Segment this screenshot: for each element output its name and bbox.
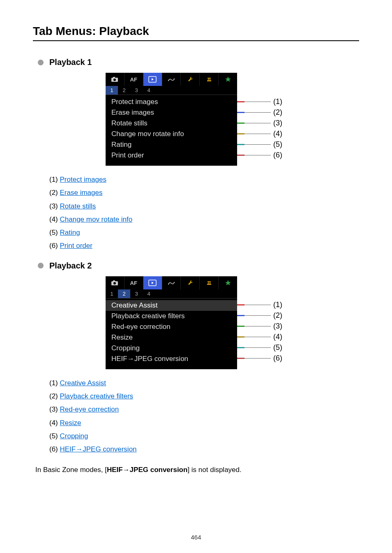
menu-item: Rating <box>106 139 237 150</box>
menu-item: Rotate stills <box>106 118 237 129</box>
reference-list-item: (3) Rotate stills <box>49 200 359 213</box>
reference-link[interactable]: Cropping <box>60 432 88 440</box>
page-title: Tab Menus: Playback <box>33 25 359 41</box>
star-icon <box>219 276 237 289</box>
menu-item: Red-eye correction <box>106 322 237 332</box>
reference-link[interactable]: Erase images <box>60 189 103 197</box>
reference-list-item: (4) Change mov rotate info <box>49 213 359 226</box>
sub-tab-2: 2 <box>118 86 130 95</box>
reference-link[interactable]: Change mov rotate info <box>60 215 133 223</box>
callout-number: (2) <box>273 108 286 117</box>
svg-rect-1 <box>113 77 115 78</box>
wrench-icon <box>181 73 200 86</box>
callout-number: (6) <box>273 151 286 160</box>
menu-screenshot: AF1234Creative AssistPlayback creative f… <box>106 276 237 369</box>
svg-marker-4 <box>152 78 154 81</box>
sub-tab-4: 4 <box>143 86 155 95</box>
wireless-icon <box>162 276 181 289</box>
play-icon <box>143 73 162 86</box>
reference-list-item: (6) Print order <box>49 239 359 252</box>
section-heading: Playback 1 <box>38 58 359 67</box>
callout-number: (5) <box>273 140 286 149</box>
reference-list-item: (2) Erase images <box>49 186 359 199</box>
section-title: Playback 2 <box>49 261 92 271</box>
bullet-icon <box>38 263 44 268</box>
reference-list-item: (1) Creative Assist <box>49 377 359 390</box>
section-heading: Playback 2 <box>38 261 359 271</box>
sub-tab-2: 2 <box>118 289 130 298</box>
reference-list-item: (6) HEIF→JPEG conversion <box>49 443 359 456</box>
reference-link[interactable]: Resize <box>60 419 81 427</box>
callout-number: (4) <box>273 333 286 341</box>
svg-rect-20 <box>208 282 209 284</box>
svg-marker-16 <box>152 282 154 284</box>
menu-item: Print order <box>106 150 237 161</box>
reference-list-item: (2) Playback creative filters <box>49 390 359 403</box>
svg-point-17 <box>168 284 169 285</box>
menu-item: Creative Assist <box>106 300 237 311</box>
custom-icon <box>200 73 219 86</box>
svg-point-18 <box>174 282 175 283</box>
page-number: 464 <box>0 534 392 541</box>
star-icon <box>219 73 237 86</box>
svg-rect-8 <box>208 79 209 80</box>
callout-number: (1) <box>273 301 286 309</box>
svg-rect-19 <box>207 284 211 285</box>
svg-point-5 <box>168 80 169 81</box>
reference-link[interactable]: Red-eye correction <box>60 405 119 413</box>
custom-icon <box>200 276 219 289</box>
callout-number: (4) <box>273 130 286 138</box>
svg-rect-9 <box>210 79 210 80</box>
reference-link[interactable]: Rotate stills <box>60 202 96 210</box>
menu-screenshot: AF1234Protect imagesErase imagesRotate s… <box>106 73 237 166</box>
svg-point-6 <box>174 79 175 79</box>
camera-icon <box>106 276 125 289</box>
svg-rect-7 <box>207 80 211 81</box>
af-icon: AF <box>125 73 143 86</box>
wireless-icon <box>162 73 181 86</box>
callout-number: (2) <box>273 311 286 320</box>
reference-link[interactable]: Protect images <box>60 176 106 183</box>
reference-link[interactable]: Print order <box>60 242 92 250</box>
menu-item: Resize <box>106 332 237 343</box>
svg-point-2 <box>113 79 116 81</box>
camera-icon <box>106 73 125 86</box>
callout-number: (5) <box>273 343 286 352</box>
callout-number: (6) <box>273 354 286 363</box>
reference-link[interactable]: Creative Assist <box>60 379 106 387</box>
sub-tab-3: 3 <box>130 289 143 298</box>
sub-tab-1: 1 <box>106 289 118 298</box>
menu-item: Cropping <box>106 343 237 354</box>
reference-link[interactable]: Playback creative filters <box>60 392 134 400</box>
wrench-icon <box>181 276 200 289</box>
menu-item: Change mov rotate info <box>106 129 237 139</box>
svg-rect-10 <box>208 78 211 79</box>
sub-tab-4: 4 <box>143 289 155 298</box>
reference-list-item: (5) Rating <box>49 226 359 239</box>
section-title: Playback 1 <box>49 58 92 67</box>
svg-point-14 <box>113 282 116 285</box>
svg-marker-23 <box>225 280 231 285</box>
callout-number: (3) <box>273 119 286 127</box>
menu-item: HEIF→JPEG conversion <box>106 354 237 364</box>
menu-item: Protect images <box>106 97 237 107</box>
reference-list-item: (4) Resize <box>49 416 359 430</box>
svg-marker-11 <box>225 76 231 82</box>
reference-list-item: (5) Cropping <box>49 430 359 443</box>
reference-list-item: (3) Red-eye correction <box>49 403 359 416</box>
callout-number: (1) <box>273 97 286 106</box>
reference-link[interactable]: Rating <box>60 229 80 236</box>
reference-list-item: (1) Protect images <box>49 173 359 186</box>
callout-number: (3) <box>273 322 286 331</box>
svg-rect-22 <box>208 281 211 282</box>
sub-tab-3: 3 <box>130 86 143 95</box>
reference-link[interactable]: HEIF→JPEG conversion <box>60 445 137 453</box>
svg-rect-21 <box>210 282 210 284</box>
svg-rect-13 <box>113 280 115 282</box>
play-icon <box>143 276 162 289</box>
basic-zone-note: In Basic Zone modes, [HEIF→JPEG conversi… <box>35 465 359 475</box>
sub-tab-1: 1 <box>106 86 118 95</box>
af-icon: AF <box>125 276 143 289</box>
menu-item: Playback creative filters <box>106 311 237 322</box>
menu-item: Erase images <box>106 107 237 118</box>
